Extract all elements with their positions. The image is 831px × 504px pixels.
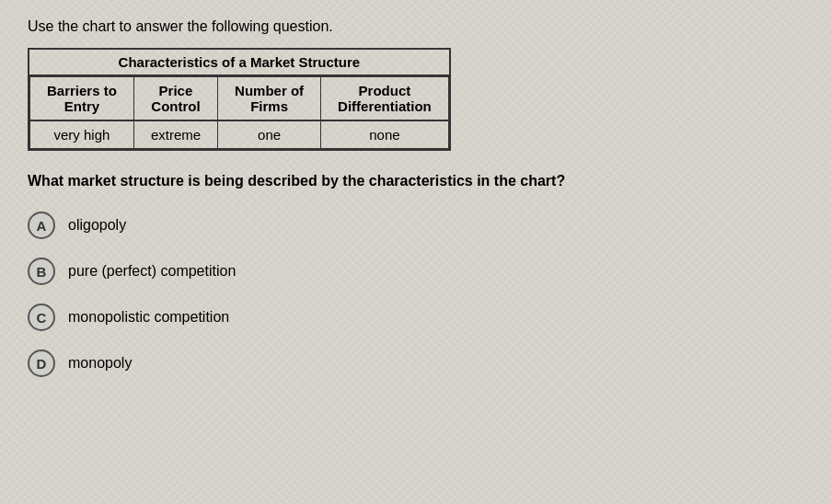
option-text-d: monopoly xyxy=(68,355,132,372)
instruction-text: Use the chart to answer the following qu… xyxy=(28,18,803,35)
option-circle-b: B xyxy=(28,258,55,285)
option-circle-d: D xyxy=(28,349,55,377)
characteristics-table: Barriers toEntry PriceControl Number ofF… xyxy=(29,76,449,149)
option-text-a: oligopoly xyxy=(68,217,126,234)
option-text-b: pure (perfect) competition xyxy=(68,263,236,280)
answer-options: AoligopolyBpure (perfect) competitionCmo… xyxy=(28,212,803,377)
col-header-price: PriceControl xyxy=(133,77,217,121)
answer-option-d[interactable]: Dmonopoly xyxy=(28,349,803,377)
cell-product: none xyxy=(321,120,449,149)
table-row: very high extreme one none xyxy=(30,120,449,149)
col-header-barriers: Barriers toEntry xyxy=(30,77,134,121)
answer-option-b[interactable]: Bpure (perfect) competition xyxy=(28,258,803,285)
question-text: What market structure is being described… xyxy=(28,171,803,191)
chart-title: Characteristics of a Market Structure xyxy=(29,50,449,76)
option-circle-c: C xyxy=(28,304,55,331)
cell-barriers: very high xyxy=(30,120,134,149)
col-header-product: ProductDifferentiation xyxy=(321,77,449,121)
option-text-c: monopolistic competition xyxy=(68,309,229,326)
col-header-firms: Number ofFirms xyxy=(218,77,321,121)
cell-firms: one xyxy=(218,120,321,149)
answer-option-a[interactable]: Aoligopoly xyxy=(28,212,803,239)
cell-price: extreme xyxy=(133,120,217,149)
chart: Characteristics of a Market Structure Ba… xyxy=(28,48,451,151)
answer-option-c[interactable]: Cmonopolistic competition xyxy=(28,304,803,331)
option-circle-a: A xyxy=(28,212,55,239)
